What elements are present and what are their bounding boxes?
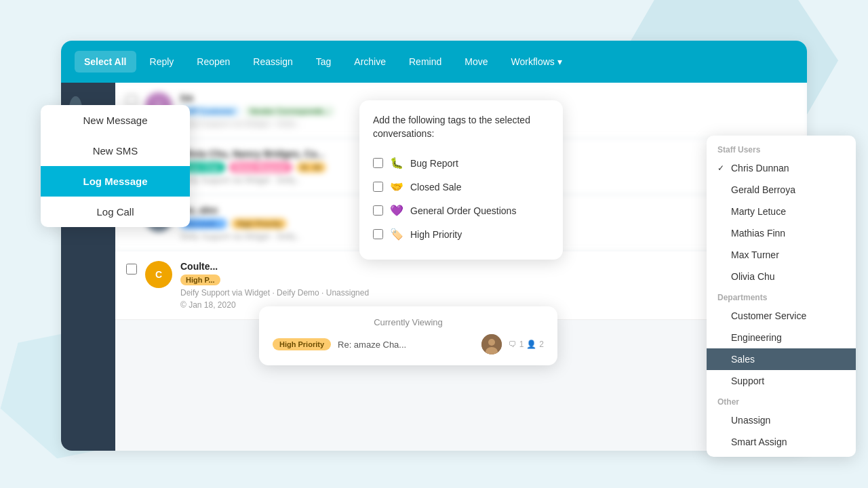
check-chris: ✓ xyxy=(717,163,727,173)
dropdown-log-call[interactable]: Log Call xyxy=(41,197,190,227)
check-gerald xyxy=(717,185,727,195)
tag-hp-4: High P... xyxy=(180,274,220,285)
tag-demo-2: Demo Request xyxy=(229,162,292,173)
tags-popup-title: Add the following tags to the selected c… xyxy=(373,114,549,140)
conv-meta-4: Deify Support via Widget · Deify Demo · … xyxy=(180,288,796,298)
tag-option-general-order[interactable]: 💜 General Order Questions xyxy=(373,199,549,222)
tag-option-closed-sale[interactable]: 🤝 Closed Sale xyxy=(373,175,549,199)
label-support: Support xyxy=(731,375,764,386)
reassign-gerald-berroya[interactable]: Gerald Berroya xyxy=(707,179,856,201)
label-sales: Sales xyxy=(731,354,755,365)
label-olivia: Olivia Chu xyxy=(731,271,775,282)
high-priority-icon: 🏷️ xyxy=(390,228,403,241)
reassign-olivia-chu[interactable]: Olivia Chu xyxy=(707,266,856,287)
high-priority-label: High Priority xyxy=(410,229,462,240)
reassign-mathias-finn[interactable]: Mathias Finn xyxy=(707,222,856,244)
reply-button[interactable]: Reply xyxy=(140,51,184,73)
reopen-button[interactable]: Reopen xyxy=(187,51,239,73)
archive-button[interactable]: Archive xyxy=(344,51,395,73)
move-button[interactable]: Move xyxy=(455,51,497,73)
viewing-avatar xyxy=(481,334,502,354)
label-unassign: Unassign xyxy=(731,415,770,426)
reassign-max-turner[interactable]: Max Turner xyxy=(707,244,856,266)
tags-popup: Add the following tags to the selected c… xyxy=(359,100,563,260)
closed-sale-icon: 🤝 xyxy=(390,180,403,193)
tag-vendor-1: Vendor Corresponde... xyxy=(244,106,335,117)
tag-option-bug-report[interactable]: 🐛 Bug Report xyxy=(373,151,549,175)
tag-button[interactable]: Tag xyxy=(307,51,341,73)
viewing-content: High Priority Re: amaze Cha... 🗨 1 👤 2 xyxy=(273,334,544,354)
check-marty xyxy=(717,207,727,216)
tag-high-3: High Priority xyxy=(231,218,287,229)
staff-section-header: Staff Users xyxy=(707,140,856,157)
reassign-customer-service[interactable]: Customer Service xyxy=(707,305,856,327)
check-cs xyxy=(717,311,727,321)
conv-checkbox-4[interactable] xyxy=(126,264,137,274)
tag-hi-2: N - Hi xyxy=(296,162,327,173)
reassign-smart-assign[interactable]: Smart Assign xyxy=(707,431,856,453)
label-chris: Chris Dunnan xyxy=(731,163,789,174)
label-eng: Engineering xyxy=(731,332,782,343)
label-cs: Customer Service xyxy=(731,310,806,321)
toolbar: Select All Reply Reopen Reassign Tag Arc… xyxy=(61,41,807,83)
conv-avatar-4: C xyxy=(145,261,172,288)
new-message-dropdown: New Message New SMS Log Message Log Call xyxy=(41,105,190,227)
label-marty: Marty Letuce xyxy=(731,206,786,217)
check-support xyxy=(717,376,727,386)
label-gerald: Gerald Berroya xyxy=(731,184,795,195)
label-max: Max Turner xyxy=(731,249,779,260)
closed-sale-label: Closed Sale xyxy=(410,182,462,192)
conv-tags-4: High P... xyxy=(180,274,796,285)
viewing-tag: High Priority xyxy=(273,338,331,350)
label-smart: Smart Assign xyxy=(731,436,787,447)
dropdown-new-sms[interactable]: New SMS xyxy=(41,136,190,166)
departments-section-header: Departments xyxy=(707,287,856,305)
remind-button[interactable]: Remind xyxy=(399,51,451,73)
select-all-button[interactable]: Select All xyxy=(75,51,136,73)
reassign-button[interactable]: Reassign xyxy=(243,51,302,73)
viewing-text: Re: amaze Cha... xyxy=(338,340,475,350)
check-eng xyxy=(717,333,727,342)
viewing-popup: Currently Viewing High Priority Re: amaz… xyxy=(259,306,557,365)
check-unassign xyxy=(717,415,727,425)
check-mathias xyxy=(717,228,727,238)
bug-report-label: Bug Report xyxy=(410,158,458,169)
tag-checkbox-closed-sale[interactable] xyxy=(373,182,383,192)
reassign-unassign[interactable]: Unassign xyxy=(707,409,856,431)
reassign-chris-dunnan[interactable]: ✓ Chris Dunnan xyxy=(707,157,856,179)
reassign-sales[interactable]: Sales xyxy=(707,348,856,370)
svg-point-1 xyxy=(488,339,495,346)
reassign-marty-letuce[interactable]: Marty Letuce xyxy=(707,201,856,222)
check-olivia xyxy=(717,272,727,281)
dropdown-log-message[interactable]: Log Message xyxy=(41,166,190,197)
conv-content-4: Coulte... High P... Deify Support via Wi… xyxy=(180,261,796,310)
viewing-title: Currently Viewing xyxy=(273,317,544,327)
other-section-header: Other xyxy=(707,392,856,409)
tag-checkbox-high-priority[interactable] xyxy=(373,229,383,239)
dropdown-new-message[interactable]: New Message xyxy=(41,105,190,136)
tag-checkbox-general-order[interactable] xyxy=(373,205,383,216)
general-order-icon: 💜 xyxy=(390,204,403,217)
check-max xyxy=(717,250,727,260)
tag-checkbox-bug-report[interactable] xyxy=(373,158,383,168)
reassign-dropdown: Staff Users ✓ Chris Dunnan Gerald Berroy… xyxy=(707,136,856,457)
reassign-engineering[interactable]: Engineering xyxy=(707,327,856,348)
reassign-support[interactable]: Support xyxy=(707,370,856,392)
label-mathias: Mathias Finn xyxy=(731,228,785,239)
workflows-button[interactable]: Workflows ▾ xyxy=(501,51,571,73)
conv-checkbox-1[interactable] xyxy=(126,95,137,106)
check-smart xyxy=(717,437,727,447)
viewing-meta-1: 🗨 1 👤 2 xyxy=(509,340,544,349)
check-sales xyxy=(717,354,727,364)
tag-option-high-priority[interactable]: 🏷️ High Priority xyxy=(373,222,549,246)
general-order-label: General Order Questions xyxy=(410,205,516,216)
bug-report-icon: 🐛 xyxy=(390,157,403,169)
conv-name-4: Coulte... xyxy=(180,261,796,272)
